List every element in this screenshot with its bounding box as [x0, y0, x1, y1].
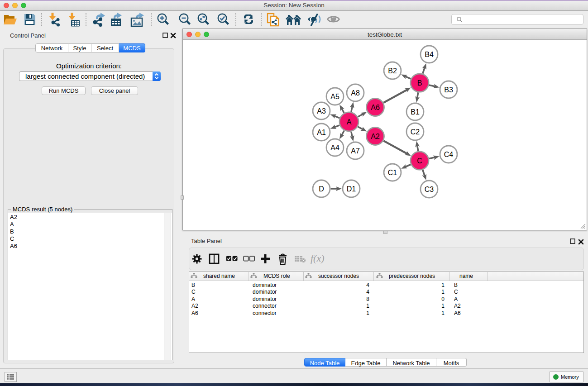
svg-text:B: B: [417, 79, 422, 87]
svg-text:B4: B4: [425, 51, 434, 58]
svg-text:A6: A6: [371, 104, 380, 111]
svg-text:A: A: [347, 118, 352, 126]
svg-text:C2: C2: [411, 128, 420, 136]
svg-text:C3: C3: [425, 186, 434, 193]
svg-text:A1: A1: [317, 129, 326, 136]
svg-text:C4: C4: [444, 151, 454, 158]
svg-text:A3: A3: [317, 107, 326, 115]
svg-text:C1: C1: [388, 169, 397, 176]
svg-text:B1: B1: [411, 108, 420, 116]
svg-text:C: C: [417, 157, 422, 165]
svg-text:B2: B2: [388, 67, 397, 75]
svg-text:D: D: [319, 185, 324, 193]
svg-text:D1: D1: [347, 185, 356, 193]
svg-text:A5: A5: [330, 93, 339, 100]
svg-text:A8: A8: [351, 89, 360, 97]
svg-text:B3: B3: [444, 86, 453, 94]
svg-text:A4: A4: [330, 144, 339, 152]
svg-text:A7: A7: [351, 147, 360, 155]
svg-text:A2: A2: [371, 133, 380, 140]
